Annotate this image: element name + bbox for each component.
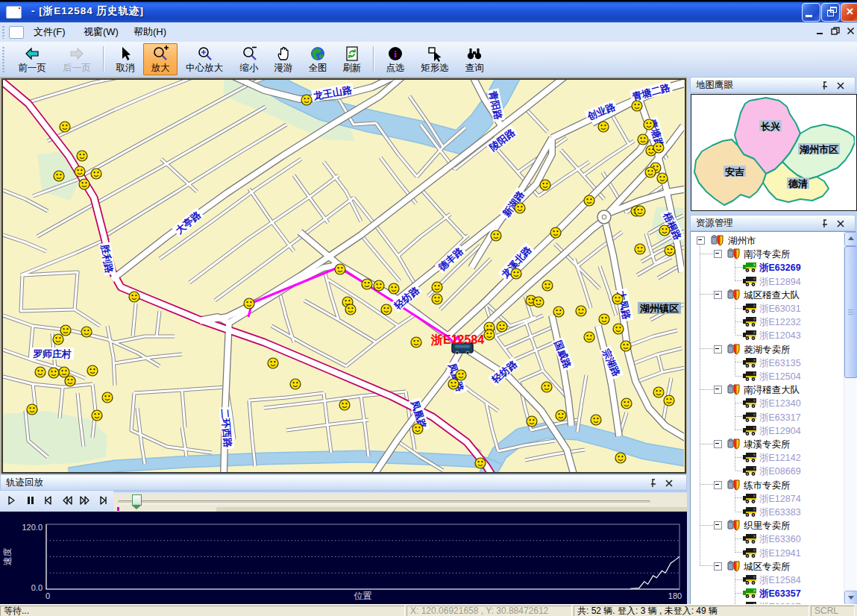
vehicle-marker-smiley[interactable] xyxy=(612,294,623,304)
toolbar-button-rect-select[interactable]: 矩形选 xyxy=(413,44,456,75)
map-view[interactable]: 龙王山路青阳路陵阳路创业路青塘二路青塘路新湖路大亭路胜利路德丰路龙溪北路轻纺路轻… xyxy=(0,77,687,474)
vehicle-marker-smiley[interactable] xyxy=(653,387,664,397)
vehicle-marker-smiley[interactable] xyxy=(511,268,521,279)
mdi-close-button[interactable] xyxy=(844,25,856,37)
vehicle-marker-smiley[interactable] xyxy=(389,283,399,294)
vehicle-marker-smiley[interactable] xyxy=(484,330,495,340)
tree-expand-box[interactable] xyxy=(714,250,722,258)
playback-skip-start-button[interactable] xyxy=(40,493,56,509)
vehicle-marker-smiley[interactable] xyxy=(576,306,586,316)
vehicle-marker-smiley[interactable] xyxy=(35,367,45,377)
minimize-button[interactable] xyxy=(802,3,820,22)
vehicle-marker-smiley[interactable] xyxy=(542,280,553,291)
vehicle-marker-smiley[interactable] xyxy=(638,134,648,145)
pin-icon[interactable] xyxy=(819,219,829,229)
vehicle-marker-smiley[interactable] xyxy=(553,307,564,317)
vehicle-marker-smiley[interactable] xyxy=(653,142,664,153)
vehicle-marker-smiley[interactable] xyxy=(615,453,626,463)
toolbar-button-pan-hand[interactable]: 漫游 xyxy=(267,44,300,75)
close-icon[interactable] xyxy=(664,478,674,488)
vehicle-marker-smiley[interactable] xyxy=(77,151,87,161)
vehicle-marker-smiley[interactable] xyxy=(456,370,466,380)
vehicle-marker-smiley[interactable] xyxy=(412,424,423,434)
tree-scrollbar[interactable] xyxy=(844,232,857,603)
restore-button[interactable] xyxy=(821,3,840,22)
vehicle-marker-smiley[interactable] xyxy=(515,203,525,213)
close-icon[interactable] xyxy=(835,219,846,229)
vehicle-marker-smiley[interactable] xyxy=(541,382,552,392)
vehicle-marker-smiley[interactable] xyxy=(598,122,609,132)
vehicle-marker-smiley[interactable] xyxy=(60,122,70,132)
vehicle-marker-smiley[interactable] xyxy=(75,166,85,177)
tree-expand-box[interactable] xyxy=(714,440,722,448)
vehicle-marker-smiley[interactable] xyxy=(621,341,631,351)
vehicle-marker-smiley[interactable] xyxy=(381,304,392,315)
vehicle-marker-smiley[interactable] xyxy=(362,279,372,289)
vehicle-marker-smiley[interactable] xyxy=(27,404,37,415)
vehicle-marker-smiley[interactable] xyxy=(491,230,501,241)
pin-icon[interactable] xyxy=(647,478,658,488)
scroll-down-button[interactable] xyxy=(844,591,857,605)
vehicle-marker-smiley[interactable] xyxy=(657,173,668,183)
vehicle-marker-smiley[interactable] xyxy=(48,368,59,378)
tree-expand-box[interactable] xyxy=(714,521,722,529)
playback-pause-button[interactable] xyxy=(22,493,39,509)
vehicle-marker-smiley[interactable] xyxy=(53,334,63,345)
vehicle-marker-smiley[interactable] xyxy=(584,332,594,342)
vehicle-marker-smiley[interactable] xyxy=(621,398,632,409)
vehicle-marker-smiley[interactable] xyxy=(591,415,601,425)
toolbar-button-binoculars[interactable]: 查询 xyxy=(458,44,491,75)
toolbar-button-arrow-back[interactable]: 前一页 xyxy=(10,44,54,75)
tree-expand-box[interactable] xyxy=(714,291,722,299)
toolbar-button-point-select[interactable]: i点选 xyxy=(379,44,412,75)
menu-grip[interactable] xyxy=(2,25,4,39)
map-canvas[interactable]: 龙王山路青阳路陵阳路创业路青塘二路青塘路新湖路大亭路胜利路德丰路龙溪北路轻纺路轻… xyxy=(3,80,684,472)
toolbar-button-zoom-center[interactable]: 中心放大 xyxy=(178,44,231,75)
vehicle-marker-smiley[interactable] xyxy=(268,358,278,368)
playback-slider-thumb[interactable] xyxy=(132,494,142,506)
tree-expand-box[interactable] xyxy=(714,562,722,571)
pin-icon[interactable] xyxy=(819,81,829,91)
playback-slider[interactable] xyxy=(118,500,650,504)
playback-play-button[interactable] xyxy=(3,493,19,509)
vehicle-marker-smiley[interactable] xyxy=(59,367,69,377)
vehicle-marker-smiley[interactable] xyxy=(540,180,550,190)
mdi-child-icon[interactable] xyxy=(9,26,24,39)
vehicle-marker-smiley[interactable] xyxy=(374,280,384,291)
toolbar-button-globe[interactable]: 全图 xyxy=(301,44,334,75)
close-icon[interactable] xyxy=(835,81,846,91)
menu-item-1[interactable]: 文件(F) xyxy=(27,22,72,42)
eagle-eye-map[interactable]: 长兴湖州市区安吉德清 xyxy=(691,94,857,211)
vehicle-marker-smiley[interactable] xyxy=(497,321,507,332)
vehicle-marker-smiley[interactable] xyxy=(432,294,442,304)
vehicle-marker-smiley[interactable] xyxy=(79,179,90,189)
vehicle-marker-smiley[interactable] xyxy=(432,282,442,292)
vehicle-marker-smiley[interactable] xyxy=(632,101,642,111)
vehicle-marker-smiley[interactable] xyxy=(665,245,675,256)
vehicle-marker-smiley[interactable] xyxy=(664,395,674,406)
vehicle-marker-smiley[interactable] xyxy=(556,410,566,421)
mdi-minimize-button[interactable] xyxy=(814,25,826,37)
tree-expand-box[interactable] xyxy=(714,345,722,353)
toolbar-grip[interactable] xyxy=(2,46,4,72)
menu-item-3[interactable]: 帮助(H) xyxy=(127,22,173,42)
close-button[interactable]: ✕ xyxy=(841,3,857,22)
vehicle-marker-smiley[interactable] xyxy=(599,314,609,324)
toolbar-button-zoom-out[interactable]: 缩小 xyxy=(233,44,266,75)
vehicle-marker-smiley[interactable] xyxy=(290,379,301,389)
scrollbar-thumb[interactable] xyxy=(844,246,857,378)
playback-skip-end-button[interactable] xyxy=(95,493,112,509)
vehicle-marker-smiley[interactable] xyxy=(584,195,594,206)
vehicle-marker-smiley[interactable] xyxy=(60,325,71,336)
vehicle-marker-smiley[interactable] xyxy=(613,324,624,334)
vehicle-marker-smiley[interactable] xyxy=(533,297,544,307)
vehicle-marker-smiley[interactable] xyxy=(301,95,312,105)
vehicle-marker-smiley[interactable] xyxy=(65,376,75,386)
vehicle-marker-smiley[interactable] xyxy=(645,167,656,177)
playback-fast-forward-button[interactable] xyxy=(77,493,93,509)
tree-expand-box[interactable] xyxy=(714,386,722,394)
vehicle-marker-smiley[interactable] xyxy=(550,227,561,238)
toolbar-button-zoom-in[interactable]: 放大 xyxy=(143,43,178,75)
toolbar-button-refresh[interactable]: 刷新 xyxy=(336,44,368,75)
window-title-bar[interactable]: - [浙E12584 历史轨迹] ✕ xyxy=(0,0,857,22)
